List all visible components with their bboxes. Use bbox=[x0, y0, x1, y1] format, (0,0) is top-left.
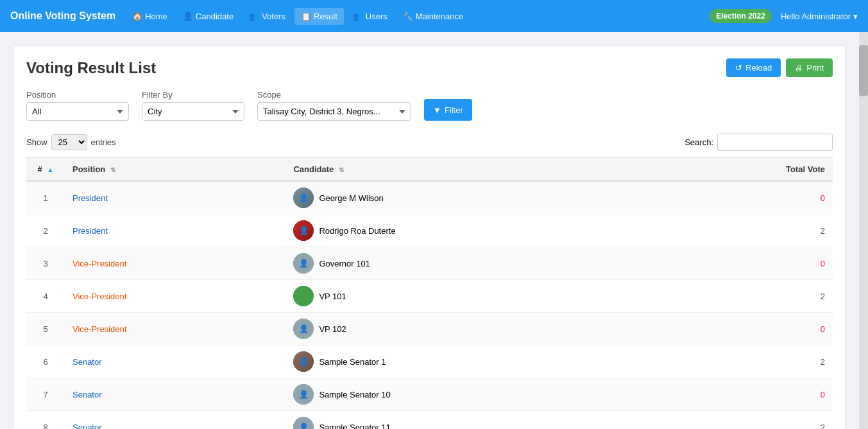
avatar: 👤 bbox=[293, 188, 314, 208]
print-button[interactable]: 🖨 Print bbox=[786, 58, 833, 77]
cell-vote: 0 bbox=[660, 313, 833, 346]
col-position[interactable]: Position ⇅ bbox=[65, 158, 285, 182]
cell-candidate: VP 101 bbox=[285, 280, 660, 313]
position-sort-icon: ⇅ bbox=[110, 166, 115, 173]
cell-vote: 2 bbox=[660, 411, 833, 430]
candidate-name: Rodrigo Roa Duterte bbox=[319, 226, 395, 236]
candidate-cell: 👤 VP 102 bbox=[293, 319, 652, 339]
candidate-name: Sample Senator 11 bbox=[319, 423, 390, 430]
avatar: 👤 bbox=[293, 220, 314, 241]
candidate-name: Sample Senator 10 bbox=[319, 390, 390, 399]
cell-vote: 0 bbox=[660, 378, 833, 411]
candidate-cell: VP 101 bbox=[293, 286, 652, 306]
col-hash[interactable]: # ▲ bbox=[26, 158, 65, 182]
cell-candidate: 👤 VP 102 bbox=[285, 313, 660, 346]
col-candidate[interactable]: Candidate ⇅ bbox=[285, 158, 660, 182]
table-row: 8 Senator 👤 Sample Senator 11 2 bbox=[26, 411, 833, 430]
cell-num: 4 bbox=[26, 280, 65, 313]
main-content: Voting Result List ↺ Reload 🖨 Print Posi… bbox=[0, 32, 859, 429]
cell-position: Senator bbox=[65, 411, 285, 430]
cell-position: Vice-President bbox=[65, 280, 285, 313]
filterby-filter-select[interactable]: City Province District bbox=[142, 102, 244, 121]
admin-menu[interactable]: Hello Administrator ▾ bbox=[781, 12, 858, 21]
search-box: Search: bbox=[685, 134, 833, 151]
table-row: 5 Vice-President 👤 VP 102 0 bbox=[26, 313, 833, 346]
cell-num: 1 bbox=[26, 181, 65, 214]
nav-maintenance[interactable]: 🔧 Maintenance bbox=[396, 8, 470, 25]
filters-row: Position All President Vice-President Se… bbox=[26, 90, 833, 121]
table-header-row: # ▲ Position ⇅ Candidate ⇅ Total Vote bbox=[26, 158, 833, 182]
table-row: 2 President 👤 Rodrigo Roa Duterte 2 bbox=[26, 214, 833, 247]
cell-num: 7 bbox=[26, 378, 65, 411]
scope-filter-group: Scope Talisay City, District 3, Negros..… bbox=[257, 90, 411, 121]
reload-button[interactable]: ↺ Reload bbox=[726, 58, 781, 77]
page-header: Voting Result List ↺ Reload 🖨 Print bbox=[26, 58, 833, 77]
filter-icon: ▼ bbox=[433, 105, 441, 115]
navbar: Online Voting System 🏠 Home 👤 Candidate … bbox=[0, 0, 868, 32]
cell-candidate: 👤 Sample Senator 11 bbox=[285, 411, 660, 430]
cell-vote: 2 bbox=[660, 280, 833, 313]
filterby-filter-group: Filter By City Province District bbox=[142, 90, 244, 121]
nav-result[interactable]: 📋 Result bbox=[294, 8, 344, 25]
candidate-icon: 👤 bbox=[183, 12, 193, 21]
nav-home[interactable]: 🏠 Home bbox=[126, 8, 174, 25]
app-title: Online Voting System bbox=[10, 10, 115, 22]
filter-button[interactable]: ▼ Filter bbox=[424, 99, 472, 121]
show-entries: Show 10 25 50 100 entries bbox=[26, 134, 116, 150]
position-filter-select[interactable]: All President Vice-President Senator bbox=[26, 102, 129, 121]
cell-position: Senator bbox=[65, 346, 285, 378]
cell-vote: 2 bbox=[660, 214, 833, 247]
scrollbar-thumb[interactable] bbox=[859, 45, 868, 96]
nav-voters[interactable]: 👥 Voters bbox=[243, 8, 292, 25]
home-icon: 🏠 bbox=[132, 12, 142, 21]
entries-select[interactable]: 10 25 50 100 bbox=[51, 134, 87, 150]
avatar: 👤 bbox=[293, 384, 314, 405]
maintenance-icon: 🔧 bbox=[403, 12, 413, 21]
entries-label: entries bbox=[91, 137, 116, 147]
scrollbar-track[interactable] bbox=[859, 32, 868, 429]
cell-candidate: 👤 Rodrigo Roa Duterte bbox=[285, 214, 660, 247]
candidate-name: George M Wilson bbox=[319, 193, 383, 203]
candidate-cell: 👤 Sample Senator 1 bbox=[293, 351, 652, 372]
data-table: # ▲ Position ⇅ Candidate ⇅ Total Vote bbox=[26, 157, 833, 429]
nav-result-label: Result bbox=[314, 12, 337, 21]
nav-candidate-label: Candidate bbox=[196, 12, 234, 21]
nav-home-label: Home bbox=[145, 12, 167, 21]
position-filter-group: Position All President Vice-President Se… bbox=[26, 90, 129, 121]
nav-candidate[interactable]: 👤 Candidate bbox=[176, 8, 240, 25]
search-input[interactable] bbox=[717, 134, 833, 151]
cell-vote: 0 bbox=[660, 181, 833, 214]
cell-vote: 0 bbox=[660, 247, 833, 280]
hash-sort-icon: ▲ bbox=[47, 166, 53, 173]
cell-position: Senator bbox=[65, 378, 285, 411]
candidate-name: VP 102 bbox=[319, 324, 346, 334]
candidate-name: VP 101 bbox=[319, 292, 346, 301]
cell-candidate: 👤 Sample Senator 10 bbox=[285, 378, 660, 411]
scope-filter-label: Scope bbox=[257, 90, 411, 100]
print-icon: 🖨 bbox=[795, 63, 803, 73]
page-title: Voting Result List bbox=[26, 59, 156, 77]
nav-users[interactable]: 👥 Users bbox=[346, 8, 394, 25]
voters-icon: 👥 bbox=[249, 12, 259, 21]
result-icon: 📋 bbox=[301, 12, 311, 21]
nav-maintenance-label: Maintenance bbox=[416, 12, 463, 21]
table-row: 1 President 👤 George M Wilson 0 bbox=[26, 181, 833, 214]
cell-position: Vice-President bbox=[65, 313, 285, 346]
reload-icon: ↺ bbox=[735, 63, 742, 73]
election-badge: Election 2022 bbox=[710, 9, 772, 23]
scope-filter-select[interactable]: Talisay City, District 3, Negros... bbox=[257, 102, 411, 121]
candidate-cell: 👤 Governor 101 bbox=[293, 253, 652, 274]
header-buttons: ↺ Reload 🖨 Print bbox=[726, 58, 833, 77]
candidate-sort-icon: ⇅ bbox=[339, 166, 344, 173]
cell-num: 3 bbox=[26, 247, 65, 280]
nav-voters-label: Voters bbox=[262, 12, 285, 21]
cell-num: 8 bbox=[26, 411, 65, 430]
candidate-name: Sample Senator 1 bbox=[319, 357, 386, 367]
candidate-cell: 👤 Sample Senator 10 bbox=[293, 384, 652, 405]
table-row: 4 Vice-President VP 101 2 bbox=[26, 280, 833, 313]
dropdown-icon: ▾ bbox=[853, 12, 858, 21]
col-total-vote[interactable]: Total Vote bbox=[660, 158, 833, 182]
cell-position: President bbox=[65, 181, 285, 214]
avatar bbox=[293, 286, 314, 306]
show-label: Show bbox=[26, 137, 47, 147]
